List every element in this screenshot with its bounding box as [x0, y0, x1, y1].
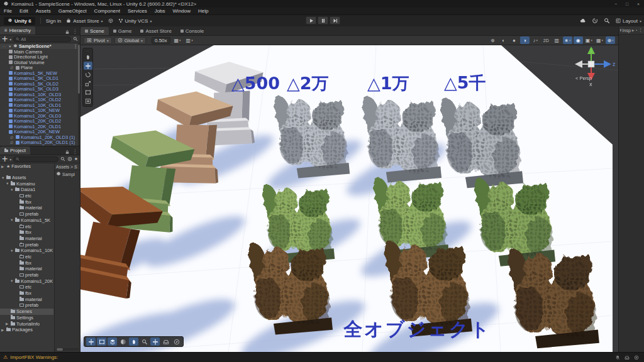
hierarchy-item[interactable]: Global Volume — [0, 60, 80, 65]
search-icon[interactable] — [604, 18, 610, 24]
hierarchy-item[interactable]: Komainu1_5K_OLD2 — [0, 81, 80, 87]
hand-overlay-button[interactable] — [129, 337, 138, 346]
package-manager-button[interactable] — [108, 18, 113, 23]
project-horizontal-scrollbar[interactable] — [55, 348, 79, 351]
view-tab[interactable]: Game — [109, 27, 136, 35]
scene-visibility-toggle[interactable]: ◦◦ — [1, 45, 7, 48]
project-folder-row[interactable]: prefab — [0, 241, 53, 248]
rect-tool-button[interactable] — [84, 88, 92, 96]
view-tab[interactable]: Scene — [80, 27, 109, 35]
project-folder-row[interactable]: material — [0, 296, 53, 302]
3d-viewport[interactable]: △500 △2万 △1万 △5千 全オブジェクト y z x — [80, 45, 618, 352]
project-folder-row[interactable]: fbx — [0, 229, 53, 236]
hierarchy-item[interactable]: Komainu1_5K_OLD3 — [0, 87, 80, 92]
move-overlay-button[interactable] — [86, 337, 96, 346]
undo-history-icon[interactable] — [592, 18, 598, 24]
hierarchy-item[interactable]: Komainu1_10K_OLD2 — [0, 97, 80, 103]
hierarchy-scrollbar[interactable] — [78, 43, 80, 146]
hierarchy-item[interactable]: Komainu1_20K_OLD1 — [0, 124, 80, 129]
hierarchy-item[interactable]: Main Camera — [0, 49, 80, 55]
hierarchy-item[interactable]: Komainu1_10K_OLD3 — [0, 92, 80, 97]
menu-item[interactable]: Jobs — [155, 8, 165, 14]
project-folder-row[interactable]: fbx — [0, 290, 53, 297]
search-by-type-icon[interactable] — [73, 36, 78, 41]
scene-tool-button[interactable]: ▾ — [563, 36, 572, 44]
project-folder-row[interactable]: ▼ Komainu — [0, 180, 53, 187]
project-search-input[interactable] — [13, 156, 58, 162]
project-folder-row[interactable]: ▼ Komainu1_5K — [0, 217, 53, 224]
move-tool-button[interactable] — [84, 62, 92, 70]
create-caret-icon[interactable]: ▾ — [9, 157, 11, 162]
create-caret-icon[interactable]: ▾ — [9, 37, 11, 41]
scene-tool-button[interactable] — [520, 36, 530, 44]
project-folder-row[interactable]: prefab — [0, 211, 53, 217]
inspector-tab[interactable]: Insp — [623, 28, 631, 33]
scene-tool-button[interactable] — [499, 36, 508, 44]
play-button[interactable] — [306, 16, 316, 25]
project-folder-row[interactable]: prefab — [0, 272, 53, 278]
scene-tool-button[interactable] — [509, 36, 519, 44]
project-folder-row[interactable]: etc — [0, 284, 53, 290]
expand-icon[interactable]: ▶ — [632, 28, 635, 32]
project-folder-row[interactable]: etc — [0, 223, 53, 229]
cloud-services-icon[interactable] — [580, 18, 586, 24]
expand-arrow-icon[interactable]: ▶ — [6, 322, 9, 326]
project-folder-row[interactable]: material — [0, 236, 53, 242]
pivot-toggle[interactable]: Pivot▾ — [84, 37, 112, 44]
layers-overlay-button[interactable] — [161, 337, 170, 346]
pan-overlay-button[interactable] — [150, 337, 160, 346]
scene-asset-item[interactable]: Sampl — [55, 170, 80, 178]
project-folder-row[interactable]: etc — [0, 193, 53, 199]
breadcrumb[interactable]: Assets > S — [55, 163, 80, 170]
menu-item[interactable]: File — [4, 8, 12, 14]
expand-arrow-icon[interactable]: ▶ — [1, 165, 5, 168]
unity-vcs-button[interactable]: Unity VCS▾ — [118, 18, 152, 24]
hierarchy-scene-row[interactable]: ◦◦ ▼ SampleScene* ⋮ — [0, 43, 80, 49]
scale-tool-button[interactable] — [84, 79, 92, 87]
menu-item[interactable]: Component — [94, 8, 120, 14]
project-folder-row[interactable]: ▼ Komainu1_20K — [0, 278, 53, 284]
compass-overlay-button[interactable] — [172, 337, 181, 346]
zoom-overlay-button[interactable] — [140, 337, 149, 346]
maximize-button[interactable]: □ — [621, 0, 633, 8]
project-folder-row[interactable]: Scenes — [0, 309, 53, 315]
scene-tool-button[interactable]: ▾ — [531, 36, 540, 44]
notifications-muted-icon[interactable] — [615, 355, 620, 360]
scene-tool-button[interactable]: ▾ — [584, 36, 594, 44]
project-folder-row[interactable]: ▼ Komainu1_10K — [0, 248, 53, 254]
project-folder-row[interactable]: material — [0, 266, 53, 272]
overlay-grip-handle[interactable]: ⋯ — [86, 50, 89, 52]
scene-tool-button[interactable]: ▾ — [595, 36, 604, 44]
search-by-type-icon[interactable] — [60, 156, 65, 162]
scene-tool-button[interactable] — [552, 36, 562, 44]
project-folder-row[interactable]: prefab — [0, 302, 53, 309]
view-tab[interactable]: Console — [176, 27, 208, 35]
layout-dropdown[interactable]: Layout▾ — [616, 18, 641, 24]
snap-settings-menu[interactable]: ▾ — [185, 36, 194, 44]
project-folder-row[interactable]: ▶ ★ Favorites — [0, 163, 53, 170]
lock-icon[interactable] — [636, 28, 637, 32]
scene-tool-button[interactable] — [574, 36, 583, 44]
view-tool-button[interactable] — [84, 53, 92, 61]
hierarchy-item[interactable]: ∅ Komainu1_20K_OLD1 (1) — [0, 140, 80, 146]
expand-arrow-icon[interactable]: ▼ — [10, 218, 14, 222]
menu-item[interactable]: Edit — [19, 8, 28, 14]
view-tab[interactable]: Asset Store — [136, 27, 175, 35]
menu-item[interactable]: Help — [198, 8, 208, 14]
hierarchy-item[interactable]: Komainu1_5K_NEW — [0, 70, 80, 76]
hierarchy-item[interactable]: Komainu1_20K_OLD2 — [0, 119, 80, 124]
collapse-arrow-icon[interactable]: ▼ — [8, 45, 12, 48]
expand-arrow-icon[interactable]: ▼ — [10, 249, 14, 253]
lock-icon[interactable] — [65, 30, 70, 35]
unity-version-badge[interactable]: Unity 6 — [4, 17, 35, 25]
scene-tool-button[interactable]: ▾ — [606, 36, 615, 44]
menu-item[interactable]: Window — [173, 8, 191, 14]
project-folder-row[interactable]: fbx — [0, 199, 53, 205]
hierarchy-item[interactable]: Komainu1_5K_OLD1 — [0, 76, 80, 82]
expand-arrow-icon[interactable]: ▶ — [1, 328, 5, 332]
project-folder-row[interactable]: fbx — [0, 260, 53, 266]
rotate-tool-button[interactable] — [84, 70, 92, 79]
hierarchy-item[interactable]: ∅ Komainu1_20K_OLD3 (1) — [0, 134, 80, 140]
hierarchy-item[interactable]: Komainu1_10K_NEW — [0, 108, 80, 114]
project-folder-row[interactable]: ▶ Packages — [0, 327, 53, 333]
